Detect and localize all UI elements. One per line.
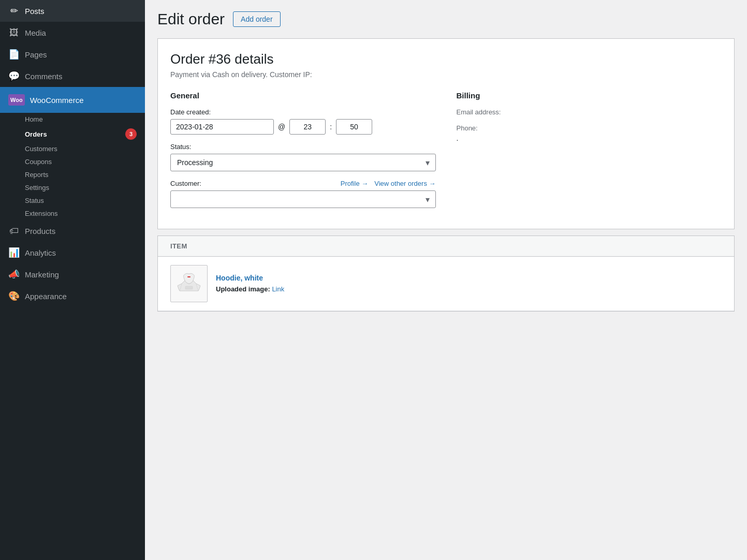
sidebar-item-pages[interactable]: 📄 Pages <box>0 43 145 65</box>
sidebar-item-customers[interactable]: Customers <box>0 142 145 155</box>
appearance-icon: 🎨 <box>8 290 20 302</box>
page-title: Edit order <box>157 10 225 28</box>
item-details: Hoodie, white Uploaded image: Link <box>216 274 722 293</box>
profile-link[interactable]: Profile → <box>341 180 368 187</box>
media-icon: 🖼 <box>8 27 20 38</box>
woocommerce-icon: Woo <box>8 94 25 106</box>
sidebar-item-label: Status <box>25 197 137 204</box>
analytics-icon: 📊 <box>8 247 20 258</box>
customer-label-row: Customer: Profile → View other orders → <box>170 180 436 187</box>
status-select[interactable]: Pending payment Processing On hold Compl… <box>170 154 436 171</box>
sidebar-item-appearance[interactable]: 🎨 Appearance <box>0 285 145 307</box>
date-label: Date created: <box>170 108 436 116</box>
item-meta: Uploaded image: Link <box>216 285 284 293</box>
sidebar-item-marketing[interactable]: 📣 Marketing <box>0 263 145 285</box>
email-label: Email address: <box>457 108 722 116</box>
sidebar-item-label: Comments <box>25 72 137 81</box>
order-details-card: Order #36 details Payment via Cash on de… <box>157 38 735 229</box>
at-sign: @ <box>278 123 285 131</box>
hoodie-svg <box>174 269 203 298</box>
view-other-orders-link[interactable]: View other orders → <box>374 180 435 187</box>
sidebar-item-comments[interactable]: 💬 Comments <box>0 65 145 87</box>
phone-row: Phone: . <box>457 124 722 142</box>
billing-section-title: Billing <box>457 91 722 100</box>
status-row: Status: Pending payment Processing On ho… <box>170 143 436 171</box>
sidebar-item-label: Appearance <box>25 292 137 301</box>
billing-section: Billing Email address: Phone: . <box>457 91 722 216</box>
sidebar-item-label: Orders <box>25 130 120 138</box>
date-created-row: Date created: @ : <box>170 108 436 135</box>
item-meta-link[interactable]: Link <box>272 285 284 293</box>
posts-icon: ✏ <box>8 5 20 17</box>
sidebar-item-label: WooCommerce <box>30 96 137 105</box>
sidebar-item-label: Products <box>25 227 137 235</box>
sidebar-item-label: Settings <box>25 184 137 191</box>
sidebar-item-reports[interactable]: Reports <box>0 168 145 181</box>
status-select-wrapper: Pending payment Processing On hold Compl… <box>170 154 436 171</box>
hour-input[interactable] <box>289 119 326 135</box>
phone-value: . <box>457 134 722 142</box>
item-column-header: Item <box>170 242 187 250</box>
items-header: Item <box>158 236 734 257</box>
item-name-link[interactable]: Hoodie, white <box>216 274 722 282</box>
orders-badge: 3 <box>125 128 137 140</box>
sidebar-item-woocommerce[interactable]: Woo WooCommerce <box>0 87 145 113</box>
sidebar-item-status[interactable]: Status <box>0 194 145 207</box>
products-icon: 🏷 <box>8 225 20 237</box>
marketing-icon: 📣 <box>8 269 20 280</box>
order-title: Order #36 details <box>170 51 722 67</box>
item-image <box>170 265 208 302</box>
date-input[interactable] <box>170 119 274 135</box>
sidebar-item-label: Extensions <box>25 210 137 217</box>
phone-label: Phone: <box>457 124 722 132</box>
comments-icon: 💬 <box>8 70 20 82</box>
email-row: Email address: <box>457 108 722 116</box>
general-section-title: General <box>170 91 436 100</box>
item-meta-label: Uploaded image: <box>216 285 270 293</box>
pages-icon: 📄 <box>8 49 20 60</box>
sidebar-item-label: Posts <box>25 7 137 16</box>
sidebar-item-label: Analytics <box>25 248 137 257</box>
sidebar-item-posts[interactable]: ✏ Posts <box>0 0 145 22</box>
sidebar-item-label: Marketing <box>25 270 137 279</box>
sidebar-item-coupons[interactable]: Coupons <box>0 155 145 168</box>
table-row: Hoodie, white Uploaded image: Link <box>158 257 734 311</box>
customer-label: Customer: <box>170 180 201 187</box>
sidebar-item-home[interactable]: Home <box>0 113 145 126</box>
date-row: @ : <box>170 119 436 135</box>
customer-select[interactable] <box>170 190 436 208</box>
customer-row: Customer: Profile → View other orders → … <box>170 180 436 208</box>
sidebar-item-label: Home <box>25 115 137 123</box>
customer-select-wrapper: ▾ <box>170 190 436 208</box>
items-card: Item <box>157 235 735 312</box>
order-form-grid: General Date created: @ : Status: <box>170 91 722 216</box>
sidebar-item-media[interactable]: 🖼 Media <box>0 22 145 43</box>
minute-input[interactable] <box>336 119 372 135</box>
order-subtitle: Payment via Cash on delivery. Customer I… <box>170 70 722 79</box>
sidebar-item-products[interactable]: 🏷 Products <box>0 220 145 242</box>
add-order-button[interactable]: Add order <box>233 11 280 27</box>
main-content: Edit order Add order Order #36 details P… <box>145 0 747 560</box>
sidebar-item-analytics[interactable]: 📊 Analytics <box>0 242 145 263</box>
status-label: Status: <box>170 143 436 151</box>
svg-rect-2 <box>187 276 191 277</box>
svg-rect-1 <box>185 286 193 289</box>
customer-links: Profile → View other orders → <box>341 180 436 187</box>
page-header: Edit order Add order <box>157 10 735 28</box>
colon-sign: : <box>330 123 332 131</box>
sidebar-item-orders[interactable]: Orders 3 <box>0 126 145 142</box>
sidebar-item-settings[interactable]: Settings <box>0 181 145 194</box>
sidebar-item-label: Media <box>25 28 137 37</box>
sidebar: ✏ Posts 🖼 Media 📄 Pages 💬 Comments Woo W… <box>0 0 145 560</box>
sidebar-item-extensions[interactable]: Extensions <box>0 207 145 220</box>
sidebar-item-label: Pages <box>25 50 137 59</box>
sidebar-item-label: Coupons <box>25 158 137 166</box>
sidebar-item-label: Customers <box>25 145 137 153</box>
sidebar-item-label: Reports <box>25 171 137 179</box>
general-section: General Date created: @ : Status: <box>170 91 436 216</box>
